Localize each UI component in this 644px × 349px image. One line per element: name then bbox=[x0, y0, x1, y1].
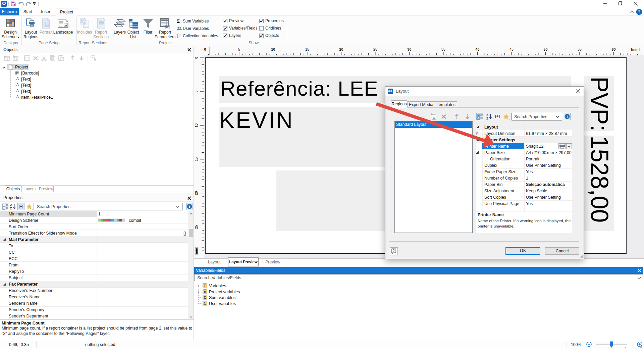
svg-text:25: 25 bbox=[373, 47, 377, 51]
svg-text:5: 5 bbox=[238, 47, 240, 51]
svg-text:Z: Z bbox=[486, 117, 488, 120]
svg-text:20: 20 bbox=[339, 47, 343, 51]
svg-text:?: ? bbox=[392, 249, 394, 253]
svg-text:40: 40 bbox=[476, 47, 480, 51]
svg-text:35: 35 bbox=[441, 47, 445, 51]
svg-text:10: 10 bbox=[194, 123, 198, 128]
svg-text:10: 10 bbox=[271, 47, 275, 51]
svg-text:50: 50 bbox=[544, 47, 548, 51]
svg-text:45: 45 bbox=[509, 47, 514, 51]
svg-text:A: A bbox=[486, 113, 489, 117]
svg-text:i: i bbox=[19, 71, 19, 74]
svg-text:30: 30 bbox=[408, 47, 412, 51]
svg-text:0: 0 bbox=[204, 47, 206, 51]
svg-text:0: 0 bbox=[194, 57, 198, 59]
svg-text:55: 55 bbox=[578, 47, 582, 51]
svg-text:60: 60 bbox=[612, 47, 616, 51]
svg-text:[x]: [x] bbox=[165, 24, 170, 29]
svg-text:A: A bbox=[10, 203, 12, 207]
svg-text:θ: θ bbox=[204, 290, 206, 294]
svg-text:[mm]: [mm] bbox=[194, 247, 198, 255]
svg-text:15: 15 bbox=[305, 47, 309, 51]
svg-text:15: 15 bbox=[194, 157, 198, 161]
svg-text:?: ? bbox=[638, 9, 641, 14]
svg-text:5: 5 bbox=[194, 91, 198, 93]
svg-text:20: 20 bbox=[194, 191, 198, 195]
svg-text:Z: Z bbox=[10, 207, 12, 210]
svg-text:[mm]: [mm] bbox=[631, 47, 640, 51]
svg-text:25: 25 bbox=[194, 225, 198, 229]
